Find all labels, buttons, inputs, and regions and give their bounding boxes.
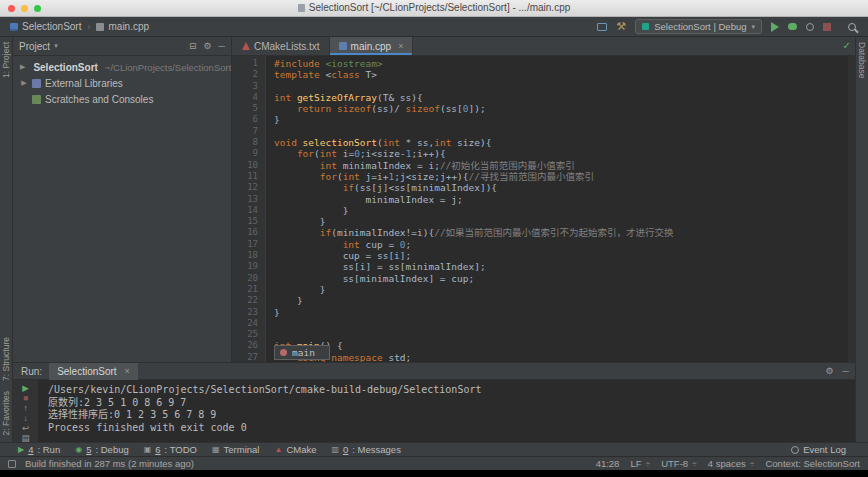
breadcrumb-item-selectionsort[interactable]: SelectionSort bbox=[8, 20, 83, 33]
sidebar-tab-7-structure[interactable]: 7: Structure bbox=[1, 332, 11, 386]
code-token: std; bbox=[388, 352, 411, 362]
code-editor[interactable]: 1234567891011121314151617181920212223242… bbox=[232, 56, 855, 362]
status-widget-41-28[interactable]: 41:28 bbox=[596, 458, 620, 469]
sidebar-tab-database[interactable]: Database bbox=[857, 37, 867, 83]
cmake-icon: ▲ bbox=[274, 446, 282, 454]
code-token: sizeof bbox=[406, 103, 440, 114]
run-button[interactable] bbox=[771, 22, 779, 32]
toolwindow-button-0-messages[interactable]: ▥0: Messages bbox=[331, 444, 400, 455]
expand-arrow-icon[interactable]: ▶ bbox=[20, 63, 25, 71]
completion-popup[interactable]: main bbox=[274, 345, 330, 360]
rerun-icon[interactable]: ▶ bbox=[22, 383, 29, 393]
run-tab[interactable]: SelectionSort × bbox=[49, 363, 138, 380]
toolwindow-button-6-todo[interactable]: ▣6: TODO bbox=[144, 444, 197, 455]
toolwindow-button-5-debug[interactable]: ◉5: Debug bbox=[75, 444, 129, 455]
hide-panel-icon[interactable]: ─ bbox=[219, 41, 225, 51]
code-line: } bbox=[274, 284, 855, 295]
code-line: int main() { bbox=[274, 340, 855, 351]
project-icon bbox=[10, 23, 18, 31]
line-number: 22 bbox=[232, 295, 265, 306]
code-token: (ss[j]<ss[minimalIndex]){ bbox=[354, 182, 497, 193]
console-line[interactable]: 原数列:2 3 5 1 0 8 6 9 7 bbox=[48, 397, 855, 410]
console-line[interactable]: 选择性排序后:0 1 2 3 5 6 7 8 9 bbox=[48, 409, 855, 422]
close-tab-icon[interactable]: × bbox=[125, 366, 130, 376]
code-token bbox=[274, 103, 297, 114]
breadcrumb-item-main-cpp[interactable]: main.cpp bbox=[94, 20, 151, 33]
status-widget-4-spaces[interactable]: 4 spaces bbox=[708, 458, 746, 469]
code-token: for bbox=[297, 148, 314, 159]
code-token: * ss, bbox=[406, 137, 435, 148]
line-number: 8 bbox=[232, 137, 265, 148]
status-message: Build finished in 287 ms (2 minutes ago) bbox=[25, 458, 194, 469]
line-number: 21 bbox=[232, 284, 265, 295]
tree-item-label: External Libraries bbox=[45, 78, 123, 89]
settings-gear-icon[interactable]: ⚙ bbox=[204, 41, 212, 51]
sidebar-tab-2-favorites[interactable]: 2: Favorites bbox=[1, 386, 11, 440]
run-panel-header: Run: SelectionSort × ⚙ ─ bbox=[13, 363, 855, 380]
line-number: 19 bbox=[232, 261, 265, 272]
down-stack-trace-icon[interactable]: ↓ bbox=[23, 413, 27, 423]
code-token: T> bbox=[366, 69, 377, 80]
code-token: int bbox=[383, 137, 406, 148]
sidebar-tab-1-project[interactable]: 1: Project bbox=[1, 37, 11, 83]
console-line[interactable]: Process finished with exit code 0 bbox=[48, 422, 855, 435]
close-tab-icon[interactable]: × bbox=[398, 41, 403, 51]
breadcrumb-label: main.cpp bbox=[108, 21, 149, 32]
collapse-all-icon[interactable]: ⊟ bbox=[189, 41, 197, 51]
run-configuration-select[interactable]: SelectionSort | Debug ▾ bbox=[635, 19, 762, 34]
toolwindow-button-cmake[interactable]: ▲CMake bbox=[274, 444, 316, 455]
up-stack-trace-icon[interactable]: ↑ bbox=[23, 403, 27, 413]
run-configuration-label: SelectionSort | Debug bbox=[654, 21, 746, 32]
screen-share-icon[interactable] bbox=[597, 23, 607, 31]
inspection-ok-icon[interactable]: ✓ bbox=[843, 40, 851, 51]
center-area: Project ▾ ⊟ ⚙ ─ CMakeLists.txtmain.cpp× … bbox=[13, 37, 855, 442]
code-token: size){ bbox=[457, 137, 491, 148]
build-hammer-icon[interactable]: ⚒ bbox=[616, 21, 626, 32]
soft-wrap-icon[interactable]: ↩ bbox=[22, 423, 29, 433]
search-everywhere-icon[interactable] bbox=[848, 23, 856, 31]
settings-gear-icon[interactable]: ⚙ bbox=[826, 366, 834, 376]
editor-scrollbar[interactable] bbox=[848, 56, 855, 362]
status-separator: ÷ bbox=[692, 459, 697, 469]
code-line: void selectionSort(int * ss,int size){ bbox=[274, 137, 855, 148]
event-log-button[interactable]: Event Log bbox=[791, 444, 846, 455]
code-token: i= bbox=[343, 148, 354, 159]
project-tree-item-scratches-and-consoles[interactable]: Scratches and Consoles bbox=[13, 91, 231, 107]
stop-icon[interactable]: ■ bbox=[23, 393, 28, 403]
console-output[interactable]: /Users/kevin/CLionProjects/SelectionSort… bbox=[39, 380, 855, 442]
close-window-button[interactable] bbox=[8, 5, 15, 12]
expand-arrow-icon[interactable]: ▶ bbox=[20, 79, 28, 87]
minimize-window-button[interactable] bbox=[21, 5, 28, 12]
status-widget-context-selectionsort[interactable]: Context: SelectionSort bbox=[765, 458, 860, 469]
toolwindow-button-terminal[interactable]: ▦Terminal bbox=[212, 444, 259, 455]
console-line[interactable]: /Users/kevin/CLionProjects/SelectionSort… bbox=[48, 384, 855, 397]
editor-tab-main-cpp[interactable]: main.cpp× bbox=[330, 37, 414, 55]
hide-panel-icon[interactable]: ─ bbox=[843, 366, 849, 376]
project-tree-item-selectionsort[interactable]: ▶SelectionSort~/CLionProjects/SelectionS… bbox=[13, 59, 231, 75]
line-number: 23 bbox=[232, 307, 265, 318]
project-tree-item-external-libraries[interactable]: ▶External Libraries bbox=[13, 75, 231, 91]
code-token: int bbox=[434, 137, 457, 148]
code-token: } bbox=[274, 216, 325, 227]
toolwindow-label: : Run bbox=[37, 444, 60, 455]
code-token: (T& ss){ bbox=[377, 92, 423, 103]
run-panel-content: ▶■↑↓↩▤ /Users/kevin/CLionProjects/Select… bbox=[13, 380, 855, 442]
code-token: (ss[ bbox=[440, 103, 463, 114]
project-tree: ▶SelectionSort~/CLionProjects/SelectionS… bbox=[13, 56, 232, 362]
status-widget-lf[interactable]: LF bbox=[630, 458, 641, 469]
editor-tab-cmakelists-txt[interactable]: CMakeLists.txt bbox=[233, 37, 330, 55]
toolwindow-button-4-run[interactable]: ▶4: Run bbox=[18, 444, 60, 455]
stop-button[interactable] bbox=[823, 23, 831, 31]
debug-button[interactable] bbox=[788, 23, 797, 30]
status-widget-utf-8[interactable]: UTF-8 bbox=[661, 458, 688, 469]
project-panel-title[interactable]: Project bbox=[19, 41, 50, 52]
code-token: ]); bbox=[469, 103, 486, 114]
tool-window-switcher-icon[interactable] bbox=[8, 460, 16, 468]
profiler-button[interactable] bbox=[806, 23, 814, 31]
code-line: } bbox=[274, 205, 855, 216]
chevron-down-icon: ▾ bbox=[54, 42, 58, 50]
code-line bbox=[274, 126, 855, 137]
code-token: ; bbox=[406, 239, 412, 250]
code-area[interactable]: #include <iostream>template <class T>int… bbox=[266, 56, 855, 362]
fullscreen-window-button[interactable] bbox=[34, 5, 41, 12]
